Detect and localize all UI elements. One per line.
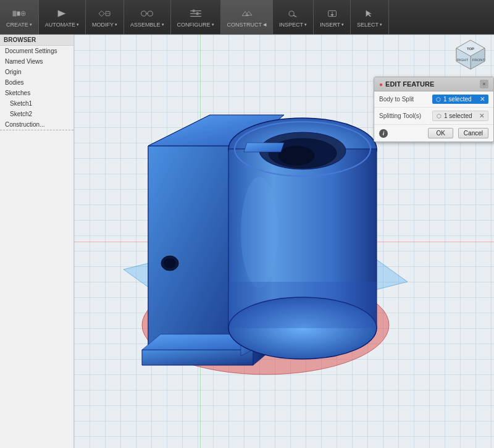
svg-point-31 xyxy=(164,258,176,268)
svg-rect-1 xyxy=(17,11,20,15)
sidebar-item-sketch1[interactable]: Sketch1 xyxy=(0,98,73,109)
panel-title: ● EDIT FEATURE xyxy=(379,80,434,88)
body-to-split-label: Body to Split xyxy=(379,96,429,103)
svg-marker-6 xyxy=(99,11,104,16)
toolbar-insert[interactable]: INSERT ▾ xyxy=(314,0,351,34)
svg-point-19 xyxy=(289,11,294,15)
svg-point-43 xyxy=(241,177,278,288)
svg-marker-45 xyxy=(228,282,377,328)
toolbar-inspect[interactable]: INSPECT ▾ xyxy=(273,0,314,34)
modify-icon xyxy=(98,7,112,20)
toolbar-construct[interactable]: CONSTRUCT ◀ xyxy=(221,0,274,34)
panel-header: ● EDIT FEATURE × xyxy=(374,77,493,91)
panel-close-button[interactable]: × xyxy=(480,80,488,88)
splitting-tools-badge[interactable]: ⬡ 1 selected ✕ xyxy=(432,111,488,121)
body-to-split-badge[interactable]: ⬡ 1 selected ✕ xyxy=(432,95,488,104)
edit-feature-panel: ● EDIT FEATURE × Body to Split ⬡ 1 selec… xyxy=(374,77,494,142)
svg-rect-15 xyxy=(192,9,195,12)
automate-label: AUTOMATE ▾ xyxy=(45,22,79,28)
sidebar-item-sketch2[interactable]: Sketch2 xyxy=(0,109,73,119)
splitting-tools-clear[interactable]: ✕ xyxy=(479,112,484,119)
create-label: CREATE ▾ xyxy=(6,22,32,28)
browser-sidebar: BROWSER Document Settings Named Views Or… xyxy=(0,35,74,448)
construct-label: CONSTRUCT ◀ xyxy=(227,22,267,28)
svg-marker-24 xyxy=(366,10,371,16)
insert-label: INSERT ▾ xyxy=(320,22,344,28)
modify-label: MODIFY ▾ xyxy=(92,22,117,28)
sidebar-item-construction[interactable]: Construction... xyxy=(0,119,73,130)
inspect-icon xyxy=(287,7,300,20)
select-icon xyxy=(363,7,377,20)
toolbar-select[interactable]: SELECT ▾ xyxy=(351,0,389,34)
svg-text:FRONT: FRONT xyxy=(472,58,485,62)
svg-marker-44 xyxy=(244,143,284,152)
main-toolbar: CREATE ▾ AUTOMATE ▾ xyxy=(0,0,494,35)
automate-icon xyxy=(55,7,69,20)
svg-rect-0 xyxy=(12,11,16,16)
svg-marker-23 xyxy=(330,14,334,16)
svg-marker-5 xyxy=(58,10,66,17)
svg-rect-16 xyxy=(196,12,198,14)
cancel-button[interactable]: Cancel xyxy=(458,128,488,138)
ok-button[interactable]: OK xyxy=(428,128,453,138)
sidebar-item-bodies[interactable]: Bodies xyxy=(0,77,73,88)
select-label: SELECT ▾ xyxy=(357,22,382,28)
inspect-label: INSPECT ▾ xyxy=(279,22,307,28)
assemble-label: ASSEMBLE ▾ xyxy=(130,22,164,28)
construct-icon xyxy=(240,7,253,20)
panel-footer: i OK Cancel xyxy=(374,125,493,142)
svg-line-20 xyxy=(293,15,296,16)
navigation-cube[interactable]: TOP FRONT RIGHT xyxy=(454,38,488,72)
sidebar-item-sketches[interactable]: Sketches xyxy=(0,88,73,98)
sidebar-item-document-settings[interactable]: Document Settings xyxy=(0,46,73,56)
info-icon[interactable]: i xyxy=(379,129,388,138)
svg-marker-32 xyxy=(142,350,253,365)
svg-point-10 xyxy=(148,11,153,15)
configure-icon xyxy=(189,7,203,20)
create-icon xyxy=(12,7,26,20)
toolbar-create[interactable]: CREATE ▾ xyxy=(0,0,39,34)
sidebar-item-named-views[interactable]: Named Views xyxy=(0,56,73,67)
body-to-split-clear[interactable]: ✕ xyxy=(480,96,485,103)
svg-point-9 xyxy=(141,11,146,15)
svg-text:RIGHT: RIGHT xyxy=(457,58,469,62)
splitting-tools-row: Splitting Tool(s) ⬡ 1 selected ✕ xyxy=(374,108,493,125)
splitting-tools-label: Splitting Tool(s) xyxy=(379,112,429,119)
configure-label: CONFIGURE ▾ xyxy=(177,22,214,28)
sidebar-header: BROWSER xyxy=(0,35,73,46)
toolbar-configure[interactable]: CONFIGURE ▾ xyxy=(171,0,221,34)
toolbar-modify[interactable]: MODIFY ▾ xyxy=(86,0,124,34)
toolbar-automate[interactable]: AUTOMATE ▾ xyxy=(39,0,86,34)
toolbar-assemble[interactable]: ASSEMBLE ▾ xyxy=(124,0,171,34)
insert-icon xyxy=(325,7,339,20)
assemble-icon xyxy=(140,7,154,20)
svg-point-42 xyxy=(278,146,315,166)
body-to-split-row: Body to Split ⬡ 1 selected ✕ xyxy=(374,91,493,108)
sidebar-item-origin[interactable]: Origin xyxy=(0,67,73,77)
svg-text:TOP: TOP xyxy=(467,47,474,51)
canvas-area[interactable]: TOP FRONT RIGHT ● EDIT FEATURE × Body to… xyxy=(74,35,494,448)
